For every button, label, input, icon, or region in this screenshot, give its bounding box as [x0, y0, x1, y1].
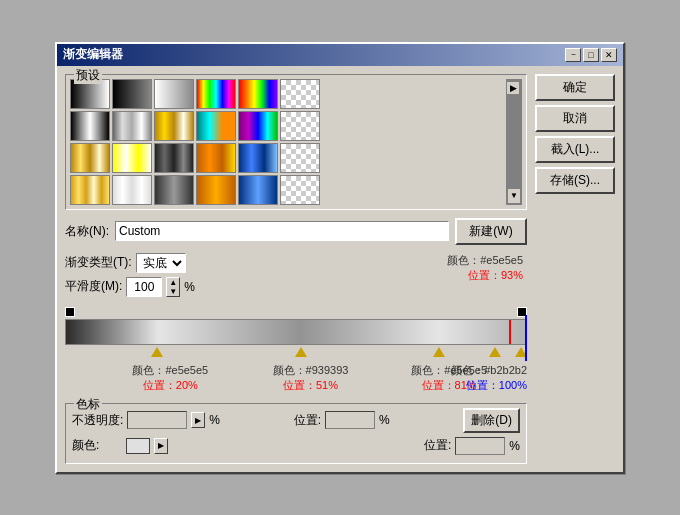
preset-17[interactable]	[238, 143, 278, 173]
presets-arrow[interactable]: ▶	[506, 81, 520, 95]
opacity-label: 不透明度:	[72, 412, 123, 429]
presets-scrollbar: ▲ ▼	[506, 79, 522, 205]
bottom-color-label: 颜色：#b2b2b2	[451, 363, 527, 378]
stop1-pos: 位置：20%	[132, 378, 208, 393]
color-row: 颜色: ▶ 位置: %	[72, 437, 520, 455]
color-stop-51[interactable]	[295, 347, 307, 357]
preset-5[interactable]	[238, 79, 278, 109]
name-label: 名称(N):	[65, 223, 109, 240]
window-title: 渐变编辑器	[63, 46, 123, 63]
bottom-right-color-info: 颜色：#b2b2b2 位置：100%	[451, 363, 527, 393]
color-label: 颜色:	[72, 437, 122, 454]
opacity-pct: %	[209, 413, 220, 427]
smoothness-unit: %	[184, 280, 195, 294]
smoothness-label: 平滑度(M):	[65, 278, 122, 295]
red-indicator-line	[509, 320, 511, 344]
preset-19[interactable]	[70, 175, 110, 205]
left-panel: 预设 ▶	[65, 74, 527, 464]
color-edit-group: 色标 不透明度: ▶ % 位置: % 删除(D)	[65, 403, 527, 464]
blue-indicator-line	[525, 315, 527, 361]
cancel-button[interactable]: 取消	[535, 105, 615, 132]
preset-3[interactable]	[154, 79, 194, 109]
preset-2[interactable]	[112, 79, 152, 109]
preset-16[interactable]	[196, 143, 236, 173]
opacity-row: 不透明度: ▶ % 位置: % 删除(D)	[72, 408, 520, 433]
title-bar: 渐变编辑器 － □ ✕	[57, 44, 623, 66]
window-controls: － □ ✕	[565, 48, 617, 62]
color-edit-group-label: 色标	[74, 396, 102, 413]
opacity-stops-row	[65, 305, 527, 319]
color-swatch[interactable]	[126, 438, 150, 454]
color-stops-row	[65, 345, 527, 361]
preset-6[interactable]	[280, 79, 320, 109]
load-button[interactable]: 截入(L)...	[535, 136, 615, 163]
position-pct2: %	[509, 439, 520, 453]
name-input[interactable]	[115, 221, 449, 241]
right-color-label: 颜色：#e5e5e5	[447, 253, 523, 268]
stop1-color: 颜色：#e5e5e5	[132, 363, 208, 378]
preset-20[interactable]	[112, 175, 152, 205]
stop1-info: 颜色：#e5e5e5 位置：20%	[132, 363, 208, 393]
close-button[interactable]: ✕	[601, 48, 617, 62]
position-input2[interactable]	[455, 437, 505, 455]
gradient-bar-container[interactable]	[65, 319, 527, 345]
scroll-track[interactable]	[507, 96, 521, 188]
ok-button[interactable]: 确定	[535, 74, 615, 101]
opacity-stop-left[interactable]	[65, 307, 75, 317]
opacity-input[interactable]	[127, 411, 187, 429]
save-button[interactable]: 存储(S)...	[535, 167, 615, 194]
position-label1: 位置:	[294, 412, 321, 429]
color-stop-81[interactable]	[433, 347, 445, 357]
new-button[interactable]: 新建(W)	[455, 218, 527, 245]
preset-9[interactable]	[154, 111, 194, 141]
color-arrow-btn[interactable]: ▶	[154, 438, 168, 454]
preset-4[interactable]	[196, 79, 236, 109]
name-row: 名称(N): 新建(W)	[65, 218, 527, 245]
position-label2: 位置:	[424, 437, 451, 454]
position-input1[interactable]	[325, 411, 375, 429]
preset-7[interactable]	[70, 111, 110, 141]
gradient-type-label: 渐变类型(T):	[65, 254, 132, 271]
stops-info-area: 颜色：#e5e5e5 位置：20% 颜色：#939393 位置：51% 颜色：#…	[65, 363, 527, 399]
stop2-info: 颜色：#939393 位置：51%	[273, 363, 349, 393]
presets-area: ▶	[70, 79, 522, 205]
preset-21[interactable]	[154, 175, 194, 205]
preset-18[interactable]	[280, 143, 320, 173]
gradient-bar	[66, 320, 526, 344]
preset-14[interactable]	[112, 143, 152, 173]
color-stop-20[interactable]	[151, 347, 163, 357]
presets-grid	[70, 79, 504, 205]
preset-15[interactable]	[154, 143, 194, 173]
stop2-pos: 位置：51%	[273, 378, 349, 393]
presets-group: 预设 ▶	[65, 74, 527, 210]
preset-13[interactable]	[70, 143, 110, 173]
preset-11[interactable]	[238, 111, 278, 141]
preset-22[interactable]	[196, 175, 236, 205]
smoothness-input[interactable]	[126, 277, 162, 297]
position-pct1: %	[379, 413, 390, 427]
gradient-editor-window: 渐变编辑器 － □ ✕ 预设 ▶	[55, 42, 625, 474]
main-content: 预设 ▶	[57, 66, 623, 472]
preset-12[interactable]	[280, 111, 320, 141]
gradient-type-select[interactable]: 实底	[136, 253, 186, 273]
right-pos-label: 位置：93%	[447, 268, 523, 283]
delete-button[interactable]: 删除(D)	[463, 408, 520, 433]
preset-24[interactable]	[280, 175, 320, 205]
scroll-down-button[interactable]: ▼	[507, 188, 521, 204]
presets-label: 预设	[74, 67, 102, 84]
preset-23[interactable]	[238, 175, 278, 205]
color-stop-93[interactable]	[489, 347, 501, 357]
right-panel: 确定 取消 截入(L)... 存储(S)...	[535, 74, 615, 464]
preset-8[interactable]	[112, 111, 152, 141]
maximize-button[interactable]: □	[583, 48, 599, 62]
smoothness-spin-btn[interactable]: ▲▼	[166, 277, 180, 297]
stop2-color: 颜色：#939393	[273, 363, 349, 378]
minimize-button[interactable]: －	[565, 48, 581, 62]
gradient-section: 渐变类型(T): 实底 平滑度(M): ▲▼ % 颜色：#e5e5e5 位置：9…	[65, 253, 527, 464]
opacity-arrow-btn[interactable]: ▶	[191, 412, 205, 428]
right-color-info: 颜色：#e5e5e5 位置：93%	[447, 253, 523, 283]
preset-10[interactable]	[196, 111, 236, 141]
bottom-pos-label: 位置：100%	[451, 378, 527, 393]
